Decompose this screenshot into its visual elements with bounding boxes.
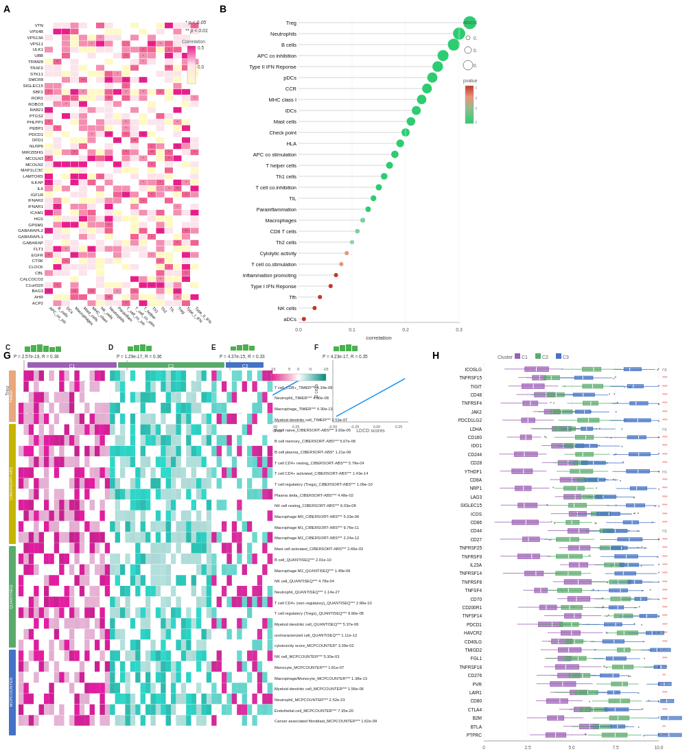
heatmap-g-cell <box>196 629 202 639</box>
heatmap-cell <box>139 107 148 113</box>
heatmap-g-cell <box>100 425 105 435</box>
heatmap-g-cell <box>191 532 197 543</box>
heatmap-cell <box>62 228 70 233</box>
heatmap-g-cell <box>80 629 85 639</box>
heatmap-g-cell <box>262 597 268 607</box>
y-label: PDCD1 <box>29 132 44 137</box>
heatmap-g-cell <box>29 586 34 596</box>
heatmap-g-cell <box>100 532 105 543</box>
heatmap-g-cell <box>135 586 141 596</box>
significance-star: ** <box>90 290 93 294</box>
heatmap-g-cell <box>222 467 227 477</box>
heatmap-cell <box>182 156 190 161</box>
significance-star: ** <box>56 205 59 209</box>
heatmap-g-cell <box>268 467 273 477</box>
heatmap-g-cell <box>150 521 156 532</box>
heatmap-g-cell <box>19 597 24 607</box>
heatmap-g-cell <box>237 467 242 477</box>
heatmap-g-cell <box>65 672 70 683</box>
heatmap-cell <box>165 191 173 197</box>
heatmap-cell <box>130 210 139 215</box>
dot-label: pDCs <box>283 75 296 81</box>
heatmap-cell <box>62 47 70 52</box>
heatmap-g-cell <box>19 650 24 661</box>
heatmap-g-cell <box>226 661 232 672</box>
heatmap-cell <box>165 40 173 46</box>
heatmap-g-cell <box>84 370 90 381</box>
heatmap-g-cell <box>232 565 237 575</box>
heatmap-g-cell <box>166 586 172 596</box>
heatmap-cell <box>79 270 87 276</box>
significance-label: *** <box>662 477 668 482</box>
heatmap-cell <box>182 150 190 155</box>
y-label: ROR2 <box>32 95 44 100</box>
heatmap-cell <box>54 77 62 82</box>
heatmap-cell <box>96 276 104 282</box>
heatmap-g-cell <box>257 575 263 585</box>
heatmap-cell <box>156 23 165 28</box>
heatmap-g-row-label: Neutrophil_TIMER*** 4.90e-08 <box>275 396 329 400</box>
heatmap-g-cell <box>191 499 197 510</box>
heatmap-cell <box>122 107 130 113</box>
heatmap-g-cell <box>171 683 176 693</box>
heatmap-g-cell <box>201 629 207 639</box>
heatmap-g-cell <box>171 618 176 628</box>
heatmap-g-cell <box>242 392 248 402</box>
heatmap-g-cell <box>69 392 75 402</box>
heatmap-cell <box>62 95 70 101</box>
heatmap-g-cell <box>115 586 121 596</box>
heatmap-cell <box>156 126 165 131</box>
heatmap-g-cell <box>19 467 24 477</box>
heatmap-g-cell <box>247 510 253 521</box>
significance-star: ** <box>47 180 51 185</box>
heatmap-g-cell <box>80 683 85 693</box>
heatmap-g-cell <box>217 435 222 445</box>
heatmap-cell <box>45 35 53 40</box>
heatmap-g-cell <box>115 618 121 628</box>
heatmap-g-cell <box>141 478 146 488</box>
heatmap-g-cell <box>186 705 191 715</box>
heatmap-g-cell <box>39 499 45 510</box>
heatmap-g-cell <box>49 510 54 521</box>
heatmap-g-cell <box>34 478 39 488</box>
heatmap-g-cell <box>186 510 191 521</box>
heatmap-g-cell <box>34 650 39 661</box>
heatmap-g-cell <box>242 597 248 607</box>
dot <box>417 95 427 104</box>
y-label: VPS11 <box>30 41 44 46</box>
heatmap-g-cell <box>74 694 80 704</box>
heatmap-cell <box>105 191 113 197</box>
heatmap-g-cell <box>59 403 65 413</box>
heatmap-g-cell <box>262 370 268 381</box>
heatmap-g-cell <box>105 597 110 607</box>
heatmap-g-cell <box>90 618 95 628</box>
heatmap-g-cell <box>211 607 217 617</box>
heatmap-cell <box>191 276 199 282</box>
heatmap-cell <box>105 101 113 106</box>
heatmap-g-cell <box>115 478 121 488</box>
heatmap-g-cell <box>145 543 151 553</box>
heatmap-g-cell <box>166 683 172 693</box>
heatmap-g-cell <box>110 446 115 456</box>
heatmap-cell <box>54 113 62 119</box>
heatmap-cell <box>62 276 70 282</box>
heatmap-g-cell <box>141 640 146 650</box>
heatmap-cell <box>105 119 113 125</box>
heatmap-g-cell <box>237 607 242 617</box>
heatmap-g-cell <box>54 575 60 585</box>
heatmap-cell <box>45 40 53 46</box>
heatmap-cell <box>139 294 148 300</box>
heatmap-g-cell <box>257 554 263 564</box>
heatmap-cell <box>139 288 148 294</box>
heatmap-g-cell <box>95 629 100 639</box>
heatmap-cell <box>96 53 104 58</box>
heatmap-g-cell <box>196 586 202 596</box>
heatmap-g-cell <box>54 510 60 521</box>
heatmap-g-cell <box>176 478 181 488</box>
gene-label: JAK2 <box>471 410 482 414</box>
heatmap-g-cell <box>176 414 181 424</box>
heatmap-g-cell <box>80 370 85 381</box>
heatmap-g-cell <box>211 543 217 553</box>
heatmap-g-cell <box>226 618 232 628</box>
heatmap-cell <box>79 258 87 263</box>
